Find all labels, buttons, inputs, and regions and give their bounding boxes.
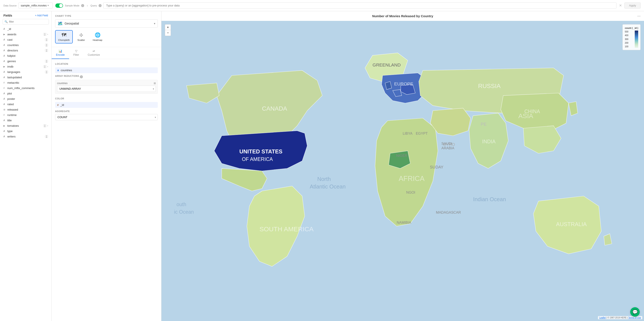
zoom-in-button[interactable]: + [165, 24, 171, 30]
field-expand-icon[interactable]: › [47, 125, 48, 127]
leaflet-link[interactable]: Leaflet [599, 317, 606, 319]
field-left: ▶ tomatoes [4, 124, 19, 127]
datasource-label: Data Source [4, 4, 16, 7]
query-info-icon[interactable]: i [98, 4, 102, 7]
chart-type-opt-heatmap[interactable]: 🌐 Heatmap [90, 30, 106, 43]
legend-label-value: 200 [625, 42, 628, 44]
aggregate-select[interactable]: COUNTSUMAVGMINMAX [55, 114, 158, 120]
location-label: Location [55, 63, 158, 65]
field-name: fullplot [7, 54, 16, 57]
field-item[interactable]: # runtime [0, 112, 52, 118]
field-search-box: 🔍 [2, 19, 49, 24]
field-left: # runtime [4, 113, 16, 117]
field-item[interactable]: A rated [0, 102, 52, 107]
field-left: # num_mflix_comments [4, 86, 34, 90]
zoom-out-button[interactable]: − [165, 30, 171, 36]
field-left: A plot [4, 92, 12, 95]
field-badge: [] [45, 44, 48, 46]
field-item[interactable]: A lastupdated [0, 75, 52, 80]
legend-label-value: 500 [625, 30, 628, 33]
field-type-icon: A [4, 55, 6, 57]
scatter-label: Scatter [78, 39, 85, 41]
field-item[interactable]: A poster [0, 96, 52, 102]
field-item[interactable]: ▶ imdb {} › [0, 64, 52, 69]
sample-mode-info-icon[interactable]: i [81, 4, 84, 7]
field-name: rated [7, 103, 14, 106]
field-badge: [] [45, 49, 48, 52]
map-more-button[interactable]: ··· [637, 14, 640, 18]
add-field-button[interactable]: + Add Field [35, 14, 48, 17]
sample-mode-toggle[interactable] [55, 3, 63, 8]
field-type-icon: A [4, 60, 6, 62]
field-item[interactable]: A genres [] [0, 58, 52, 64]
field-item[interactable]: # metacritic [0, 80, 52, 85]
field-item[interactable]: A writers [] [0, 134, 52, 139]
sidebar-header: Fields + Add Field [0, 11, 52, 19]
field-item[interactable]: A directors [] [0, 48, 52, 53]
encode-section: Location A countries ARRAY REDUCTIONS i … [52, 59, 161, 124]
field-name: plot [7, 92, 12, 95]
legend-labels: 500400300200100 [625, 30, 628, 48]
field-expand-icon[interactable]: › [47, 65, 48, 68]
chart-type-opt-scatter[interactable]: ⊹ Scatter [74, 30, 88, 43]
field-search-input[interactable] [9, 20, 47, 23]
chevron-down-icon: ▾ [154, 22, 156, 25]
field-left: A languages [4, 70, 20, 74]
unwind-array-select[interactable]: UNWIND ARRAYFIRSTLAST [57, 86, 156, 92]
tab-encode[interactable]: 📊 Encode [52, 47, 69, 59]
legend-label-value: 400 [625, 34, 628, 36]
field-item[interactable]: A languages [] [0, 69, 52, 75]
field-item[interactable]: ▶ tomatoes {} › [0, 123, 52, 128]
field-name: writers [7, 135, 16, 138]
field-expand-icon[interactable]: › [47, 33, 48, 35]
apply-button[interactable]: Apply [624, 2, 640, 8]
field-type-icon: ▶ [4, 33, 6, 35]
choropleth-label: Choropleth [58, 39, 70, 41]
svg-text:EGYPT: EGYPT [416, 131, 428, 135]
customize-tab-icon: ⇌ [92, 49, 95, 53]
query-input[interactable] [103, 2, 616, 8]
tab-filter[interactable]: ▽ Filter [69, 47, 84, 59]
field-item[interactable]: A title [0, 118, 52, 123]
field-type-icon: A [4, 92, 6, 95]
fields-title: Fields [4, 14, 12, 17]
field-item[interactable]: A _id [0, 26, 52, 32]
field-name: imdb [7, 65, 13, 68]
terms-link[interactable]: Terms of Use [628, 317, 641, 319]
field-name: runtime [7, 113, 16, 117]
datasource-value: sample_mflix.movies [21, 4, 47, 7]
chart-type-opt-choropleth[interactable]: 🗺 Choropleth [55, 30, 73, 43]
location-field-type-icon: A [57, 69, 59, 72]
datasource-select[interactable]: sample_mflix.movies ▾ [18, 2, 53, 8]
field-name: released [7, 108, 18, 111]
field-badge: [] [45, 38, 48, 41]
top-bar: Data Source sample_mflix.movies ▾ Sample… [0, 0, 644, 11]
field-item[interactable]: A type [0, 128, 52, 134]
field-left: A directors [4, 49, 18, 52]
field-type-icon: A [4, 130, 6, 132]
aggregate-section: AGGREGATE COUNTSUMAVGMINMAX [55, 109, 158, 120]
world-map-svg: CANADA UNITED STATES OF AMERICA North At… [162, 21, 644, 321]
aggregate-select-wrapper: COUNTSUMAVGMINMAX [55, 114, 158, 120]
svg-text:AFRICA: AFRICA [399, 174, 424, 182]
tab-customize[interactable]: ⇌ Customize [83, 47, 104, 59]
array-reductions-info-icon[interactable]: i [80, 75, 83, 78]
customize-tab-label: Customize [88, 53, 100, 56]
field-left: ▶ imdb [4, 65, 13, 68]
array-field-row: countries ⊞ [57, 82, 156, 85]
encode-tabs: 📊 Encode ▽ Filter ⇌ Customize [52, 47, 161, 59]
field-item[interactable]: ▶ awards {} › [0, 32, 52, 37]
field-type-icon: A [4, 44, 6, 46]
field-name: title [7, 119, 12, 122]
chat-bubble-button[interactable]: 💬 [630, 307, 640, 317]
field-item[interactable]: A fullplot [0, 53, 52, 58]
field-item[interactable]: ⊞ released [0, 107, 52, 112]
field-item[interactable]: A countries [] [0, 42, 52, 48]
chart-type-selector[interactable]: 🗺️ Geospatial ▾ [55, 19, 158, 27]
field-item[interactable]: # num_mflix_comments [0, 85, 52, 91]
field-item[interactable]: A plot [0, 91, 52, 96]
aggregate-label: AGGREGATE [55, 110, 70, 112]
field-item[interactable]: A cast [] [0, 37, 52, 42]
query-clear-button[interactable]: ✕ [618, 2, 623, 8]
here-attribution: | © 1987-2019 HERE | [606, 317, 628, 319]
